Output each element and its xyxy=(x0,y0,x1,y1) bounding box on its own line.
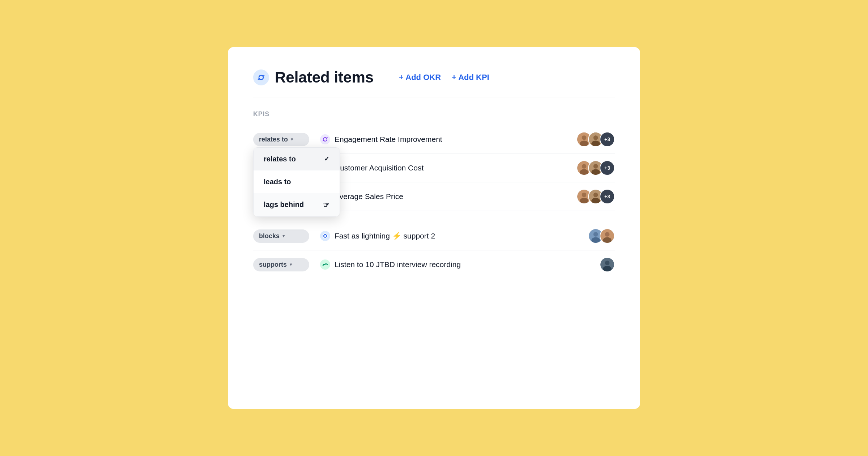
header-actions: + Add OKR + Add KPI xyxy=(399,73,489,82)
chevron-icon-blocks: ▾ xyxy=(282,233,285,238)
okr-name-1: Fast as lightning ⚡ support 2 xyxy=(320,231,588,241)
svg-point-17 xyxy=(582,193,587,197)
okr-icon-1 xyxy=(320,231,330,241)
svg-point-4 xyxy=(580,141,588,147)
dropdown-item-label-2: leads to xyxy=(264,178,291,186)
avatar-okr-1b xyxy=(600,228,615,244)
svg-point-14 xyxy=(591,169,600,175)
svg-point-13 xyxy=(593,164,598,169)
dropdown-item-label-1: relates to xyxy=(264,155,296,163)
svg-point-24 xyxy=(324,235,326,237)
dropdown-menu: relates to ✓ leads to lags behind ☞ xyxy=(253,147,340,217)
svg-point-3 xyxy=(582,135,587,140)
avatars-2: +3 xyxy=(576,160,615,176)
avatars-3: +3 xyxy=(576,189,615,204)
svg-point-34 xyxy=(603,266,612,272)
dropdown-item-label-3: lags behind xyxy=(264,200,304,209)
checkmark-icon: ✓ xyxy=(324,155,329,163)
relation-badge-label-supports: supports xyxy=(259,261,287,269)
svg-point-21 xyxy=(591,198,600,204)
relation-badge-label-blocks: blocks xyxy=(259,232,280,240)
relation-badge-1[interactable]: relates to ▾ xyxy=(253,133,309,146)
svg-point-0 xyxy=(253,69,269,85)
dropdown-item-leads-to[interactable]: leads to xyxy=(254,170,340,193)
svg-point-27 xyxy=(591,237,600,243)
avatar-okr-2a xyxy=(600,257,615,272)
kpi-name-1: Engagement Rate Improvement xyxy=(320,134,576,144)
svg-point-11 xyxy=(580,169,588,175)
kpi-name-text-2: Customer Acquisition Cost xyxy=(335,164,424,172)
kpi-name-text-1: Engagement Rate Improvement xyxy=(335,135,442,144)
dropdown-item-lags-behind[interactable]: lags behind ☞ xyxy=(254,193,340,216)
kpi-name-2: Customer Acquisition Cost xyxy=(320,163,576,173)
header-divider xyxy=(253,97,615,97)
dropdown-list: relates to ✓ leads to lags behind ☞ xyxy=(253,147,340,217)
kpi-name-text-3: Average Sales Price xyxy=(335,192,403,201)
avatars-1: +3 xyxy=(576,132,615,147)
page-title: Related items xyxy=(275,69,374,86)
avatars-okr-1 xyxy=(588,228,615,244)
main-card: Related items + Add OKR + Add KPI KPIs r… xyxy=(228,47,640,409)
title-group: Related items xyxy=(253,69,374,86)
svg-point-10 xyxy=(582,164,587,169)
avatars-okr-2 xyxy=(600,257,615,272)
svg-point-29 xyxy=(605,232,610,237)
okr-section: blocks ▾ Fast as lightning ⚡ support 2 xyxy=(253,222,615,279)
okr-row-1: blocks ▾ Fast as lightning ⚡ support 2 xyxy=(253,222,615,250)
kpis-section-label: KPIs xyxy=(253,110,615,118)
related-items-icon xyxy=(253,69,269,85)
okr-name-text-1: Fast as lightning ⚡ support 2 xyxy=(335,232,435,240)
svg-point-7 xyxy=(591,141,600,147)
svg-point-18 xyxy=(580,198,588,204)
add-kpi-button[interactable]: + Add KPI xyxy=(452,73,489,82)
relation-badge-label-1: relates to xyxy=(259,136,288,143)
relation-badge-supports[interactable]: supports ▾ xyxy=(253,258,309,271)
relation-dropdown-container-1: relates to ▾ relates to ✓ leads to xyxy=(253,133,309,146)
okr-row-2: supports ▾ Listen to 10 JTBD interview r… xyxy=(253,250,615,279)
kpi-row-1: relates to ▾ relates to ✓ leads to xyxy=(253,125,615,154)
svg-point-6 xyxy=(593,135,598,140)
add-okr-button[interactable]: + Add OKR xyxy=(399,73,441,82)
svg-point-26 xyxy=(593,232,598,237)
chevron-icon-1: ▾ xyxy=(291,137,293,142)
avatar-count-3: +3 xyxy=(600,189,615,204)
kpi-icon-1 xyxy=(320,134,330,144)
kpi-name-3: Average Sales Price xyxy=(320,191,576,202)
relation-badge-blocks[interactable]: blocks ▾ xyxy=(253,229,309,243)
header: Related items + Add OKR + Add KPI xyxy=(253,69,615,86)
dropdown-item-relates-to[interactable]: relates to ✓ xyxy=(254,148,340,170)
okr-name-text-2: Listen to 10 JTBD interview recording xyxy=(335,260,461,269)
svg-point-30 xyxy=(603,237,612,243)
svg-point-1 xyxy=(320,134,330,144)
okr-name-2: Listen to 10 JTBD interview recording xyxy=(320,259,600,270)
cursor-hand-icon: ☞ xyxy=(323,200,329,209)
svg-point-20 xyxy=(593,193,598,197)
avatar-count-1: +3 xyxy=(600,132,615,147)
svg-point-33 xyxy=(605,261,610,265)
kpis-section: KPIs relates to ▾ relates to ✓ lea xyxy=(253,110,615,211)
chevron-icon-supports: ▾ xyxy=(290,262,292,267)
okr-icon-2 xyxy=(320,259,330,270)
avatar-count-2: +3 xyxy=(600,160,615,176)
